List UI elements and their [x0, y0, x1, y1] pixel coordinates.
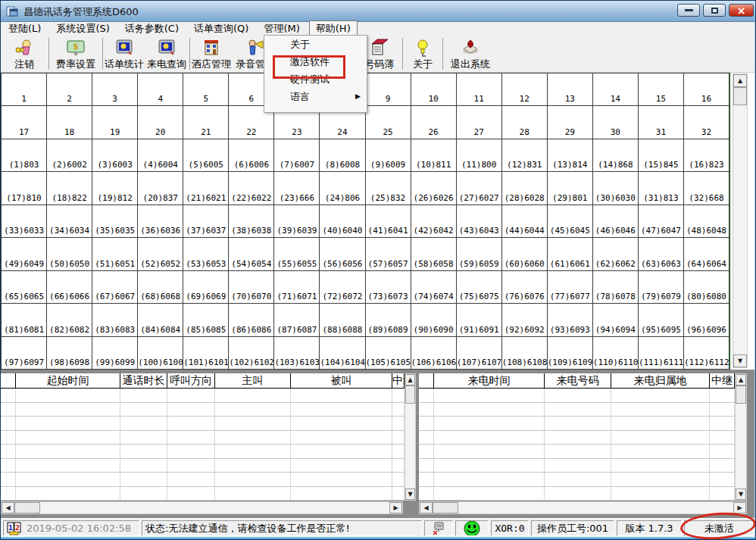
right-table-horizontal-scrollbar[interactable]: ◀ ▶ — [419, 501, 747, 514]
extension-cell[interactable]: (85)6085 — [183, 304, 229, 336]
scroll-down-button[interactable]: ▼ — [405, 488, 415, 500]
extension-cell[interactable]: (25)832 — [366, 172, 411, 204]
extension-cell[interactable]: 14 — [593, 73, 639, 106]
extension-cell[interactable]: (29)801 — [548, 172, 593, 204]
scroll-track[interactable] — [733, 105, 747, 354]
scroll-thumb[interactable] — [405, 385, 415, 404]
extension-cell[interactable]: (60)6060 — [502, 238, 548, 270]
extension-cell[interactable]: (92)6092 — [502, 304, 548, 336]
extension-cell[interactable]: (61)6061 — [548, 238, 593, 270]
extension-cell[interactable]: (95)6095 — [639, 304, 684, 336]
extension-cell[interactable]: (57)6057 — [366, 238, 411, 270]
scroll-thumb[interactable] — [433, 502, 458, 513]
exit-system-button[interactable]: 退出系统 — [444, 36, 497, 72]
extension-cell[interactable]: (104)6104 — [320, 337, 365, 370]
extension-cell[interactable]: (75)6075 — [457, 271, 502, 304]
extension-cell[interactable]: (16)823 — [684, 139, 729, 172]
extension-cell[interactable]: (33)6033 — [2, 205, 47, 238]
extension-cell[interactable]: (20)837 — [138, 172, 183, 204]
extension-cell[interactable]: (43)6043 — [457, 205, 502, 238]
extension-cell[interactable]: (56)6056 — [320, 238, 365, 270]
extension-cell[interactable]: 5 — [183, 73, 229, 106]
extension-cell[interactable]: (58)6058 — [411, 238, 457, 270]
extension-cell[interactable]: (103)6103 — [274, 337, 320, 370]
scroll-down-button[interactable]: ▼ — [733, 354, 747, 367]
extension-cell[interactable]: (48)6048 — [684, 205, 729, 238]
extension-cell[interactable]: (44)6044 — [502, 205, 548, 238]
extension-cell[interactable]: 19 — [92, 106, 138, 139]
extension-cell[interactable]: (68)6068 — [138, 271, 183, 304]
extension-cell[interactable]: (27)6027 — [457, 172, 502, 204]
left-table-vertical-scrollbar[interactable]: ▲ ▼ — [405, 373, 416, 501]
scroll-left-button[interactable]: ◀ — [420, 502, 433, 513]
extension-cell[interactable]: 28 — [502, 106, 548, 139]
extension-cell[interactable]: (10)811 — [411, 139, 457, 172]
extension-cell[interactable]: (84)6084 — [138, 304, 183, 336]
logout-button[interactable]: 注销 — [1, 36, 48, 72]
extension-cell[interactable]: (6)6006 — [229, 139, 274, 172]
extension-cell[interactable]: (83)6083 — [92, 304, 138, 336]
extension-cell[interactable]: (81)6081 — [2, 304, 47, 336]
hotel-management-button[interactable]: 酒店管理 — [191, 36, 232, 72]
extension-cell[interactable]: (105)6105 — [366, 337, 411, 370]
extension-cell[interactable]: (35)6035 — [92, 205, 138, 238]
extension-cell[interactable]: (40)6040 — [320, 205, 365, 238]
extension-cell[interactable]: 10 — [411, 73, 457, 106]
extension-cell[interactable]: (36)6036 — [138, 205, 183, 238]
extension-cell[interactable]: (23)666 — [274, 172, 320, 204]
extension-cell[interactable]: (30)6030 — [593, 172, 639, 204]
extension-cell[interactable]: 1 — [2, 73, 47, 106]
extension-cell[interactable]: (62)6062 — [593, 238, 639, 270]
menu-traffic-params[interactable]: 话务参数(C) — [119, 21, 185, 36]
extension-cell[interactable]: (72)6072 — [320, 271, 365, 304]
scroll-right-button[interactable]: ▶ — [733, 502, 746, 513]
extension-cell[interactable]: (88)6088 — [320, 304, 365, 336]
extension-cell[interactable]: (89)6089 — [366, 304, 411, 336]
call-record-stats-button[interactable]: 话单统计 — [104, 36, 145, 72]
extension-cell[interactable]: (109)6109 — [548, 337, 593, 370]
scroll-up-button[interactable]: ▲ — [733, 74, 747, 87]
extension-cell[interactable]: (76)6076 — [502, 271, 548, 304]
extension-cell[interactable]: (41)6041 — [366, 205, 411, 238]
scroll-thumb[interactable] — [733, 87, 747, 105]
extension-cell[interactable]: (5)6005 — [183, 139, 229, 172]
extension-cell[interactable]: (15)845 — [639, 139, 684, 172]
extension-cell[interactable]: (98)6098 — [47, 337, 92, 370]
extension-cell[interactable]: (51)6051 — [92, 238, 138, 270]
scroll-track[interactable] — [405, 404, 415, 488]
menu-item-language[interactable]: 语言 ▶ — [264, 88, 367, 105]
extension-cell[interactable]: 20 — [138, 106, 183, 139]
extension-cell[interactable]: (67)6067 — [92, 271, 138, 304]
extension-cell[interactable]: (45)6045 — [548, 205, 593, 238]
extension-cell[interactable]: 26 — [411, 106, 457, 139]
extension-cell[interactable]: (2)6002 — [47, 139, 92, 172]
extension-cell[interactable]: (12)831 — [502, 139, 548, 172]
extension-cell[interactable]: (13)814 — [548, 139, 593, 172]
extension-cell[interactable]: 4 — [138, 73, 183, 106]
right-table-vertical-scrollbar[interactable]: ▲ ▼ — [735, 373, 747, 501]
extension-cell[interactable]: (50)6050 — [47, 238, 92, 270]
extension-cell[interactable]: (55)6055 — [274, 238, 320, 270]
extension-cell[interactable]: (100)6100 — [138, 337, 183, 370]
scroll-track[interactable] — [458, 502, 733, 513]
extension-cell[interactable]: (82)6082 — [47, 304, 92, 336]
extension-cell[interactable]: 15 — [639, 73, 684, 106]
extension-cell[interactable]: 11 — [457, 73, 502, 106]
extension-cell[interactable]: (59)6059 — [457, 238, 502, 270]
extension-cell[interactable]: (46)6046 — [593, 205, 639, 238]
extension-cell[interactable]: (65)6065 — [2, 271, 47, 304]
extension-cell[interactable]: (52)6052 — [138, 238, 183, 270]
extension-cell[interactable]: 2 — [47, 73, 92, 106]
menu-item-about[interactable]: 关于 — [264, 36, 367, 53]
minimize-button[interactable] — [677, 4, 700, 17]
extension-cell[interactable]: 31 — [639, 106, 684, 139]
extension-cell[interactable]: (63)6063 — [639, 238, 684, 270]
extension-cell[interactable]: (71)6071 — [274, 271, 320, 304]
extension-cell[interactable]: (32)668 — [684, 172, 729, 204]
extension-cell[interactable]: 25 — [366, 106, 411, 139]
extension-cell[interactable]: (78)6078 — [593, 271, 639, 304]
extension-cell[interactable]: 30 — [593, 106, 639, 139]
extension-cell[interactable]: (102)6102 — [229, 337, 274, 370]
extension-cell[interactable]: 27 — [457, 106, 502, 139]
extension-cell[interactable]: (47)6047 — [639, 205, 684, 238]
